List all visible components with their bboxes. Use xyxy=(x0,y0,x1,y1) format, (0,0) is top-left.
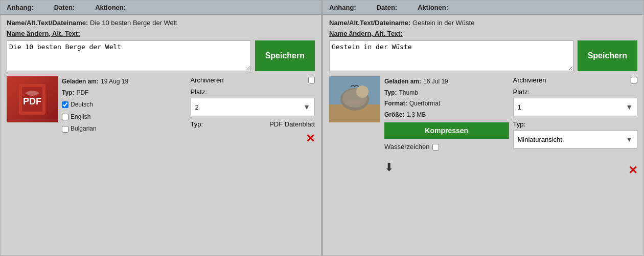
panel-2-save-button[interactable]: Speichern xyxy=(578,40,637,71)
panel-2-typ-select[interactable]: Miniaturansicht ▼ xyxy=(513,130,638,148)
panel-2-delete-button[interactable]: ✕ xyxy=(628,164,637,177)
download-icon[interactable]: ⬇ xyxy=(384,157,394,178)
panel-1-file-info: Geladen am: 19 Aug 19 Typ: PDF Deutsch E… xyxy=(62,76,187,145)
lang-bulgarian[interactable]: Bulgarian xyxy=(62,123,187,135)
panel-2-header-aktionen: Aktionen: xyxy=(418,4,448,11)
panel-2: Anhang: Daten: Aktionen: Name/Alt.Text/D… xyxy=(323,0,644,256)
panel-2-header: Anhang: Daten: Aktionen: xyxy=(323,1,643,15)
pdf-acrobat-icon: PDF xyxy=(18,83,47,116)
panel-1-platz-select[interactable]: 2 ▼ xyxy=(191,98,315,116)
chevron-down-icon-3: ▼ xyxy=(626,135,633,143)
panel-1-save-button[interactable]: Speichern xyxy=(255,40,315,71)
panel-2-header-anhang: Anhang: xyxy=(329,4,356,11)
panel-2-typ-select-row: Typ: Miniaturansicht ▼ xyxy=(513,120,638,148)
chevron-down-icon-2: ▼ xyxy=(626,103,633,111)
panel-1-typ-value: PDF Datenblatt xyxy=(269,120,315,128)
panel-1-typ-label: Typ: xyxy=(191,120,203,128)
wasserzeichen-checkbox[interactable] xyxy=(432,144,439,151)
wasserzeichen-label: Wasserzeichen xyxy=(384,141,429,153)
panel-2-archive-checkbox[interactable] xyxy=(631,77,637,83)
panel-2-name-row: Gestein in der Wüste Speichern xyxy=(329,40,637,71)
lang-english-checkbox[interactable] xyxy=(62,114,68,120)
panel-1: Anhang: Daten: Aktionen: Name/Alt.Text/D… xyxy=(0,0,321,256)
panel-2-file-info: Geladen am: 16 Jul 19 Typ: Thumb Format:… xyxy=(384,76,509,177)
panel-2-name-textarea[interactable]: Gestein in der Wüste xyxy=(329,40,573,71)
panel-2-header-daten: Daten: xyxy=(377,4,397,11)
rock-scene-svg xyxy=(329,76,380,122)
panel-2-platz-row: Platz: 1 ▼ xyxy=(513,88,638,116)
panel-1-archive-row: Archivieren xyxy=(191,76,315,84)
panel-1-typ-row: Typ: PDF Datenblatt xyxy=(191,120,315,128)
lang-bulgarian-checkbox[interactable] xyxy=(62,126,68,133)
panel-1-delete-button[interactable]: ✕ xyxy=(306,132,315,145)
panel-1-header: Anhang: Daten: Aktionen: xyxy=(1,1,321,15)
panel-1-pdf-thumb: PDF xyxy=(7,76,58,122)
pdf-icon-box: PDF xyxy=(7,76,58,122)
panel-1-header-anhang: Anhang: xyxy=(7,4,34,11)
panel-1-platz-label: Platz: xyxy=(191,88,315,96)
panel-1-header-daten: Daten: xyxy=(54,4,75,11)
panel-1-archive-label: Archivieren xyxy=(191,76,224,84)
panel-2-actions: Archivieren Platz: 1 ▼ Typ: Miniaturansi… xyxy=(513,76,638,177)
panel-2-archive-label: Archivieren xyxy=(513,76,546,84)
panel-2-archive-row: Archivieren xyxy=(513,76,638,84)
rock-image-thumb xyxy=(329,76,380,122)
lang-deutsch[interactable]: Deutsch xyxy=(62,99,187,111)
panel-1-body: Name/Alt.Text/Dateiname: Die 10 besten B… xyxy=(1,15,321,150)
panel-2-name-change-label: Name ändern, Alt. Text: xyxy=(329,30,637,37)
panel-2-platz-label: Platz: xyxy=(513,88,638,96)
panel-1-archive-checkbox[interactable] xyxy=(308,77,315,83)
panel-1-name-change-label: Name ändern, Alt. Text: xyxy=(7,30,315,37)
panel-1-actions: Archivieren Platz: 2 ▼ Typ: PDF Datenbla… xyxy=(191,76,315,145)
lang-deutsch-checkbox[interactable] xyxy=(62,101,68,108)
panel-1-name-textarea[interactable]: Die 10 besten Berge der Welt xyxy=(7,40,251,71)
panel-1-name-row: Die 10 besten Berge der Welt Speichern xyxy=(7,40,315,71)
svg-text:PDF: PDF xyxy=(23,96,41,106)
panel-2-body: Name/Alt.Text/Dateiname: Gestein in der … xyxy=(323,15,643,181)
panel-2-bottom-actions: ⬇ xyxy=(384,155,509,178)
chevron-down-icon: ▼ xyxy=(303,103,310,111)
panel-1-filename: Name/Alt.Text/Dateiname: Die 10 besten B… xyxy=(7,19,315,27)
panel-1-lang-checkboxes: Deutsch English Bulgarian xyxy=(62,99,187,135)
panel-2-attachment-row: Geladen am: 16 Jul 19 Typ: Thumb Format:… xyxy=(329,76,637,177)
panel-1-header-aktionen: Aktionen: xyxy=(95,4,126,11)
panel-2-filename: Name/Alt.Text/Dateiname: Gestein in der … xyxy=(329,19,637,27)
compress-button[interactable]: Kompressen xyxy=(384,122,509,139)
panel-1-platz-row: Platz: 2 ▼ xyxy=(191,88,315,116)
wasserzeichen-row: Wasserzeichen xyxy=(384,141,509,153)
panel-1-attachment-row: PDF Geladen am: 19 Aug 19 Typ: PDF xyxy=(7,76,315,145)
lang-english[interactable]: English xyxy=(62,112,187,123)
panel-2-typ-label: Typ: xyxy=(513,120,638,128)
svg-point-7 xyxy=(356,86,369,98)
panel-2-img-thumb xyxy=(329,76,380,122)
panel-2-platz-select[interactable]: 1 ▼ xyxy=(513,98,638,116)
